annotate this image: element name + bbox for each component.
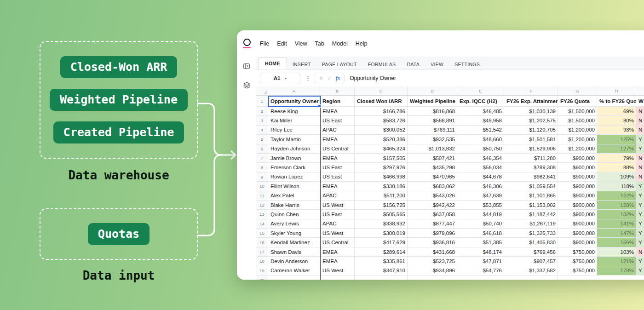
cell-region[interactable]: APAC bbox=[320, 191, 355, 201]
row-number[interactable]: 2 bbox=[256, 107, 268, 116]
cell-region[interactable]: EMEA bbox=[320, 107, 355, 116]
cell-quota[interactable]: $900,000 bbox=[558, 219, 597, 229]
tab-formulas[interactable]: FORMULAS bbox=[362, 59, 402, 69]
row-number[interactable]: 17 bbox=[256, 247, 268, 257]
cell-quota[interactable]: $900,000 bbox=[558, 210, 597, 219]
cell-owner[interactable]: Shawn Davis bbox=[268, 247, 320, 257]
cell-region[interactable]: US East bbox=[320, 163, 355, 172]
cell-region[interactable]: US Central bbox=[320, 238, 355, 247]
cell-closed-won[interactable]: $511,200 bbox=[355, 191, 408, 201]
cell-pct-to-quota[interactable]: 141% bbox=[597, 219, 636, 229]
cell-empty[interactable] bbox=[504, 276, 558, 280]
cell-exp-iqcc[interactable]: $46,485 bbox=[457, 107, 504, 116]
cell-attainment[interactable]: $769,456 bbox=[504, 247, 558, 257]
cell-region[interactable]: APAC bbox=[320, 126, 355, 135]
cell-closed-won[interactable]: $583,726 bbox=[355, 116, 408, 125]
cell-quota-flag[interactable]: Y bbox=[636, 238, 644, 247]
cell-quota-flag[interactable]: Y bbox=[636, 182, 644, 191]
column-header-a[interactable]: A bbox=[268, 86, 320, 96]
cell-quota[interactable]: $900,000 bbox=[558, 238, 597, 247]
cell-exp-iqcc[interactable]: $44,678 bbox=[457, 172, 504, 182]
row-number[interactable]: 7 bbox=[256, 154, 268, 163]
column-header-c[interactable]: C bbox=[355, 86, 408, 96]
cell-empty[interactable] bbox=[355, 276, 408, 280]
tab-page-layout[interactable]: PAGE LAYOUT bbox=[316, 59, 362, 69]
cell-attainment[interactable]: $1,337,582 bbox=[504, 266, 558, 276]
cell-attainment[interactable]: $1,059,554 bbox=[504, 182, 558, 191]
cell-owner[interactable]: Elliot Wilson bbox=[268, 182, 320, 191]
cell-weighted-pipeline[interactable]: $942,422 bbox=[408, 201, 457, 210]
cell-weighted-pipeline[interactable]: $934,896 bbox=[408, 266, 457, 276]
row-number[interactable]: 18 bbox=[256, 257, 268, 266]
cell-exp-iqcc[interactable]: $44,819 bbox=[457, 210, 504, 219]
cell-quota-flag[interactable]: Y bbox=[636, 219, 644, 229]
cell-exp-iqcc[interactable]: $56,034 bbox=[457, 163, 504, 172]
cell-region[interactable]: US East bbox=[320, 210, 355, 219]
cell-header-weighted-pipeline[interactable]: Weighted Pipeline bbox=[408, 96, 457, 107]
cell-quota-flag[interactable]: N bbox=[636, 163, 644, 172]
cancel-icon[interactable]: ✕ bbox=[319, 75, 323, 81]
cell-exp-iqcc[interactable]: $53,855 bbox=[457, 201, 504, 210]
cell-owner[interactable]: Skyler Young bbox=[268, 229, 320, 238]
row-number[interactable]: 13 bbox=[256, 210, 268, 219]
cell-empty[interactable] bbox=[320, 276, 355, 280]
row-number[interactable]: 14 bbox=[256, 219, 268, 229]
cell-pct-to-quota[interactable]: 125% bbox=[597, 135, 636, 144]
cell-region[interactable]: US West bbox=[320, 201, 355, 210]
tab-settings[interactable]: SETTINGS bbox=[449, 59, 485, 69]
column-header-b[interactable]: B bbox=[320, 86, 355, 96]
cell-owner[interactable]: Jamie Brown bbox=[268, 154, 320, 163]
cell-closed-won[interactable]: $330,186 bbox=[355, 182, 408, 191]
cell-owner[interactable]: Emerson Clark bbox=[268, 163, 320, 172]
cell-region[interactable]: EMEA bbox=[320, 257, 355, 266]
cell-weighted-pipeline[interactable]: $1,013,832 bbox=[408, 144, 457, 154]
cell-region[interactable]: EMEA bbox=[320, 182, 355, 191]
cell-empty[interactable] bbox=[636, 276, 644, 280]
row-number[interactable]: 12 bbox=[256, 201, 268, 210]
cell-pct-to-quota[interactable]: 79% bbox=[597, 154, 636, 163]
cell-attainment[interactable]: $1,529,906 bbox=[504, 144, 558, 154]
cell-weighted-pipeline[interactable]: $932,535 bbox=[408, 135, 457, 144]
row-number[interactable]: 19 bbox=[256, 266, 268, 276]
cell-quota[interactable]: $900,000 bbox=[558, 172, 597, 182]
cell-quota-flag[interactable]: N bbox=[636, 154, 644, 163]
cell-attainment[interactable]: $1,101,865 bbox=[504, 191, 558, 201]
cell-region[interactable]: EMEA bbox=[320, 135, 355, 144]
cell-weighted-pipeline[interactable]: $637,058 bbox=[408, 210, 457, 219]
cell-weighted-pipeline[interactable]: $507,421 bbox=[408, 154, 457, 163]
cell-weighted-pipeline[interactable]: $435,298 bbox=[408, 163, 457, 172]
cell-owner[interactable]: Rowan Lopez bbox=[268, 172, 320, 182]
cell-exp-iqcc[interactable]: $47,639 bbox=[457, 191, 504, 201]
tab-insert[interactable]: INSERT bbox=[287, 59, 316, 69]
row-number[interactable]: 9 bbox=[256, 172, 268, 182]
menu-item-tab[interactable]: Tab bbox=[315, 40, 324, 47]
cell-exp-iqcc[interactable]: $46,618 bbox=[457, 229, 504, 238]
cell-closed-won[interactable]: $417,629 bbox=[355, 238, 408, 247]
cell-owner[interactable]: Alex Patel bbox=[268, 191, 320, 201]
cell-attainment[interactable]: $1,405,830 bbox=[504, 238, 558, 247]
cell-weighted-pipeline[interactable]: $769,111 bbox=[408, 126, 457, 135]
row-number[interactable]: 3 bbox=[256, 116, 268, 125]
cell-quota-flag[interactable]: Y bbox=[636, 266, 644, 276]
cell-closed-won[interactable]: $505,565 bbox=[355, 210, 408, 219]
cell-region[interactable]: US West bbox=[320, 266, 355, 276]
cell-exp-iqcc[interactable]: $46,306 bbox=[457, 182, 504, 191]
menu-item-view[interactable]: View bbox=[295, 40, 307, 47]
kebab-menu-icon[interactable]: ⋮ bbox=[305, 75, 311, 82]
cell-weighted-pipeline[interactable]: $568,891 bbox=[408, 116, 457, 125]
cell-exp-iqcc[interactable]: $50,750 bbox=[457, 144, 504, 154]
cell-attainment[interactable]: $982,641 bbox=[504, 172, 558, 182]
cell-closed-won[interactable]: $520,386 bbox=[355, 135, 408, 144]
layers-icon[interactable] bbox=[243, 81, 251, 91]
cell-quota[interactable]: $750,000 bbox=[558, 257, 597, 266]
cell-pct-to-quota[interactable]: 178% bbox=[597, 266, 636, 276]
cell-header-exp-iqcc-h2[interactable]: Exp. IQCC (H2) bbox=[457, 96, 504, 107]
cell-attainment[interactable]: $1,187,442 bbox=[504, 210, 558, 219]
cell-header-closed-won-iarr[interactable]: Closed Won iARR bbox=[355, 96, 408, 107]
cell-quota[interactable]: $1,500,000 bbox=[558, 116, 597, 125]
cell-quota-flag[interactable]: Y bbox=[636, 144, 644, 154]
row-number[interactable]: 10 bbox=[256, 182, 268, 191]
column-header-d[interactable]: D bbox=[408, 86, 457, 96]
menu-item-help[interactable]: Help bbox=[356, 40, 368, 47]
frozen-pane-divider[interactable] bbox=[320, 96, 321, 280]
